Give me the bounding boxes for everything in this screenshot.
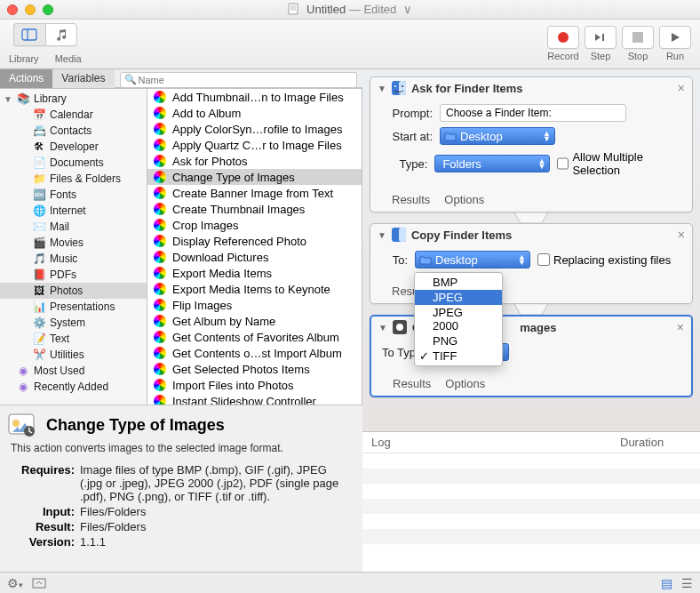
svg-rect-10 [399,81,406,95]
action-item[interactable]: Import Files into Photos [147,377,362,393]
log-table [362,453,700,572]
sidebar-item-pdfs[interactable]: 📕PDFs [0,267,147,283]
tab-actions[interactable]: Actions [0,69,52,88]
info-input: Files/Folders [80,505,352,518]
zoom-window[interactable] [43,4,53,15]
copy-to-select[interactable]: Desktop ▲▼ [415,251,530,268]
sidebar-item-presentations[interactable]: 📊Presentations [0,299,147,315]
action-item[interactable]: Add to Album [147,105,362,121]
options-link[interactable]: Options [444,193,484,206]
sidebar-item-utilities[interactable]: ✂️Utilities [0,347,147,363]
svg-point-16 [396,324,403,331]
action-item[interactable]: Download Pictures [147,249,362,265]
sidebar-item-music[interactable]: 🎵Music [0,251,147,267]
sidebar-item-photos[interactable]: 🖼Photos [0,283,147,299]
disclosure-icon[interactable]: ▼ [378,84,386,93]
action-item[interactable]: Export Media Items [147,265,362,281]
window-title: Untitled — Edited ∨ [53,3,647,16]
results-link[interactable]: Results [393,377,431,390]
remove-action-button[interactable]: × [678,228,685,242]
sidebar-item-documents[interactable]: 📄Documents [0,155,147,171]
popup-option-jpeg[interactable]: JPEG [415,290,502,305]
popup-option-jpeg-2000[interactable]: JPEG 2000 [415,305,502,333]
options-link[interactable]: Options [445,377,485,390]
step-button[interactable] [585,26,616,49]
tab-variables[interactable]: Variables [52,69,114,88]
stop-icon [632,32,643,43]
sidebar-item-contacts[interactable]: 📇Contacts [0,123,147,139]
popup-option-tiff[interactable]: ✓TIFF [415,349,502,364]
start-at-select[interactable]: Desktop ▲▼ [440,127,555,145]
music-note-icon [54,28,68,41]
action-item[interactable]: Add Thumbnail…n to Image Files [147,89,362,105]
sidebar-item-developer[interactable]: 🛠Developer [0,139,147,155]
media-toggle-button[interactable] [45,23,77,46]
collapse-info-button[interactable] [32,578,46,589]
disclosure-icon[interactable]: ▼ [378,230,386,240]
sidebar-item-internet[interactable]: 🌐Internet [0,203,147,219]
folder-icon [444,130,457,142]
info-description: This action converts images to the selec… [11,442,352,454]
minimize-window[interactable] [25,4,36,15]
action-item[interactable]: Apply Quartz C…r to Image Files [147,137,362,153]
action-item[interactable]: Create Thumbnail Images [147,201,362,217]
chevron-updown-icon: ▲▼ [537,158,545,169]
library-toggle-button[interactable] [13,23,45,46]
gear-menu-button[interactable]: ⚙︎▾ [7,576,23,590]
action-item[interactable]: Apply ColorSyn…rofile to Images [147,121,362,137]
action-item[interactable]: Change Type of Images [147,169,362,185]
info-version: 1.1.1 [80,535,352,549]
action-item[interactable]: Crop Images [147,217,362,233]
log-view-button[interactable]: ▤ [661,576,672,590]
variables-view-button[interactable]: ☰ [681,576,693,590]
sidebar-item-system[interactable]: ⚙️System [0,315,147,331]
stop-button[interactable] [622,26,654,49]
action-item[interactable]: Get Contents o…st Import Album [147,345,362,361]
action-item[interactable]: Get Album by Name [147,313,362,329]
sidebar-smart-most-used[interactable]: ◉Most Used [0,363,147,379]
sidebar-root[interactable]: ▼📚Library [0,91,147,107]
svg-point-12 [402,85,403,87]
svg-rect-14 [399,228,406,242]
action-item[interactable]: Display Referenced Photo [147,233,362,249]
remove-action-button[interactable]: × [678,81,685,95]
svg-rect-17 [33,579,45,588]
chevron-updown-icon: ▲▼ [543,131,551,141]
popup-option-bmp[interactable]: BMP [415,275,502,290]
allow-multiple-checkbox[interactable]: Allow Multiple Selection [557,150,681,177]
action-item[interactable]: Ask for Photos [147,153,362,169]
sidebar-item-text[interactable]: 📝Text [0,331,147,347]
type-select[interactable]: Folders ▲▼ [434,155,550,172]
action-item[interactable]: Create Banner Image from Text [147,185,362,201]
disclosure-icon[interactable]: ▼ [378,323,387,333]
svg-rect-0 [289,4,298,14]
action-item[interactable]: Get Selected Photos Items [147,361,362,377]
remove-action-button[interactable]: × [677,320,684,334]
action-item[interactable]: Export Media Items to Keynote [147,281,362,297]
sidebar-icon [21,28,37,41]
sidebar-item-files-folders[interactable]: 📁Files & Folders [0,171,147,187]
type-popup-menu[interactable]: BMPJPEGJPEG 2000PNG✓TIFF [414,272,503,366]
close-window[interactable] [7,4,18,15]
play-icon [669,31,681,44]
record-button[interactable] [547,26,579,49]
prompt-input[interactable] [440,104,626,122]
info-result: Files/Folders [80,520,352,533]
sidebar-item-fonts[interactable]: 🔤Fonts [0,187,147,203]
sidebar-item-calendar[interactable]: 📅Calendar [0,107,147,123]
duration-column-header: Duration [620,436,691,449]
replacing-checkbox[interactable]: Replacing existing files [537,253,671,267]
search-input[interactable] [120,72,358,88]
workflow-action-ask-finder[interactable]: ▼ Ask for Finder Items × Prompt: Start a… [370,76,693,212]
popup-option-png[interactable]: PNG [415,333,502,349]
action-item[interactable]: Get Contents of Favorites Album [147,329,362,345]
sidebar-item-mail[interactable]: ✉️Mail [0,219,147,235]
results-link[interactable]: Results [392,193,430,206]
action-item[interactable]: Instant Slideshow Controller [147,393,362,405]
action-item[interactable]: Flip Images [147,297,362,313]
run-button[interactable] [659,26,691,49]
sidebar-smart-recently-added[interactable]: ◉Recently Added [0,379,147,395]
finder-icon [392,228,406,242]
sidebar-item-movies[interactable]: 🎬Movies [0,235,147,251]
log-column-header: Log [371,436,620,449]
